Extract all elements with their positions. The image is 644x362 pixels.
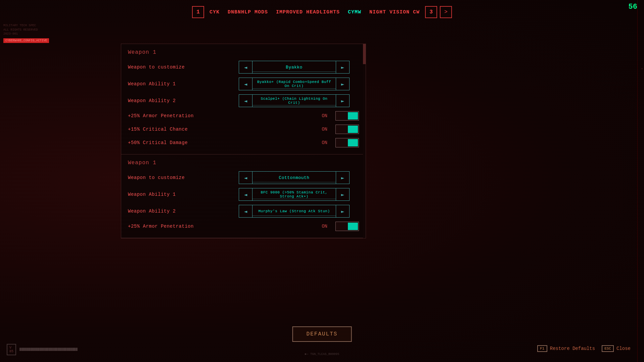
nav-item-cyk[interactable]: CYK — [207, 8, 222, 16]
weapon-ability2-row-1: Weapon Ability 2 ◄ Scalpel+ (Chain Light… — [128, 94, 359, 107]
scrollbar-thumb[interactable] — [363, 44, 366, 64]
ability1-2-prev-btn[interactable]: ◄ — [239, 188, 252, 200]
scrollbar[interactable] — [363, 44, 366, 238]
restore-defaults-label: Restore Defaults — [550, 346, 595, 351]
weapon-customize-selector-1[interactable]: ◄ Byakko ► — [239, 61, 350, 74]
crit-chance-row-1: +15% Critical Chance ON — [128, 125, 359, 134]
nav-item-cymw[interactable]: CYMW — [345, 8, 364, 16]
sidebar-badge: CYBERWARE_CONFIG_ACTIVE — [3, 38, 49, 43]
crit-damage-status-1: ON — [322, 140, 327, 145]
nav-left-number[interactable]: 1 — [192, 6, 204, 18]
armor-pen-status-1: ON — [322, 113, 327, 119]
selector-value-ability1: Byakko+ (Rapid Combo+Speed Buff On Crit) — [252, 80, 336, 88]
crit-chance-status-1: ON — [322, 127, 327, 132]
weapon-ability1-selector-1[interactable]: ◄ Byakko+ (Rapid Combo+Speed Buff On Cri… — [239, 78, 350, 90]
bottom-center-code: ►— TGN_TLCAS_B00095 — [305, 353, 339, 356]
weapon-ability2-selector-1[interactable]: ◄ Scalpel+ (Chain Lightning On Crit) ► — [239, 94, 350, 107]
esc-key[interactable]: ESC — [602, 345, 614, 352]
weapon-ability1-row-1: Weapon Ability 1 ◄ Byakko+ (Rapid Combo+… — [128, 78, 359, 90]
top-navigation: 1 CYK DNBNHLP MODS IMPROVED HEADLIGHTS C… — [192, 6, 452, 18]
nav-right-number[interactable]: 3 — [425, 6, 437, 18]
section-1-title: Weapon 1 — [128, 49, 359, 55]
nav-item-dnbnhlp[interactable]: DNBNHLP MODS — [225, 8, 271, 16]
right-edge — [637, 0, 644, 362]
nav-item-nightvision[interactable]: NIGHT VISION CW — [367, 8, 422, 16]
left-sidebar: MILITARY TECH SPEC ALL RIGHTS RESERVED 2… — [0, 20, 87, 46]
crit-chance-toggle-1[interactable] — [335, 125, 359, 134]
bottom-left: V85 ████████████████████████████████ — [7, 344, 78, 355]
weapon-ability1-selector-2[interactable]: ◄ BFC 9000 (>50% Stamina Crit, Strong At… — [239, 188, 350, 201]
selector2-next-btn[interactable]: ► — [336, 172, 349, 184]
crit-damage-row-1: +50% Critical Damage ON — [128, 138, 359, 147]
selector-value-ability2-2: Murphy's Law (Strong Atk Stun) — [252, 209, 336, 213]
crit-chance-thumb-1 — [348, 126, 358, 133]
top-counter: 56 — [629, 3, 637, 11]
weapon-ability2-selector-2[interactable]: ◄ Murphy's Law (Strong Atk Stun) ► — [239, 205, 350, 218]
selector-value-weapon1: Byakko — [252, 65, 336, 70]
armor-pen-label-1: +25% Armor Penetration — [128, 113, 239, 119]
close-control: ESC Close — [602, 345, 631, 352]
version-badge: V85 — [7, 344, 16, 355]
weapon-customize-row-2: Weapon to customize ◄ Cottonmouth ► — [128, 171, 359, 184]
crit-damage-toggle-1[interactable] — [335, 138, 359, 147]
armor-pen-thumb-2 — [348, 223, 358, 230]
selector-value-weapon2: Cottonmouth — [252, 175, 336, 180]
weapon-customize-selector-2[interactable]: ◄ Cottonmouth ► — [239, 171, 350, 184]
crit-damage-thumb-1 — [348, 139, 358, 146]
selector-value-ability2: Scalpel+ (Chain Lightning On Crit) — [252, 97, 336, 105]
weapon-ability2-row-2: Weapon Ability 2 ◄ Murphy's Law (Strong … — [128, 205, 359, 218]
restore-defaults-control: F1 Restore Defaults — [537, 345, 595, 352]
f1-key[interactable]: F1 — [537, 345, 547, 352]
weapon-ability2-label-2: Weapon Ability 2 — [128, 209, 239, 214]
section-2-title: Weapon 1 — [128, 160, 359, 166]
crit-damage-label-1: +50% Critical Damage — [128, 140, 239, 145]
selector-next-btn[interactable]: ► — [336, 61, 349, 73]
main-panel: Weapon 1 Weapon to customize ◄ Byakko ► … — [121, 44, 366, 238]
ability2-2-next-btn[interactable]: ► — [336, 205, 349, 217]
nav-item-headlights[interactable]: IMPROVED HEADLIGHTS — [273, 8, 342, 16]
crit-chance-label-1: +15% Critical Chance — [128, 127, 239, 132]
ability1-2-next-btn[interactable]: ► — [336, 188, 349, 200]
weapon-ability2-label-1: Weapon Ability 2 — [128, 98, 239, 103]
ability2-next-btn[interactable]: ► — [336, 95, 349, 107]
armor-pen-thumb-1 — [348, 112, 358, 120]
weapon-section-2: Weapon 1 Weapon to customize ◄ Cottonmou… — [121, 154, 366, 238]
selector-value-ability1-2: BFC 9000 (>50% Stamina Crit, Strong Atk+… — [252, 190, 336, 198]
armor-pen-row-1: +25% Armor Penetration ON — [128, 111, 359, 121]
bottom-controls: F1 Restore Defaults ESC Close — [537, 345, 631, 352]
armor-pen-status-2: ON — [322, 224, 327, 229]
armor-pen-row-2: +25% Armor Penetration ON — [128, 222, 359, 231]
bottom-left-code: ████████████████████████████████ — [19, 348, 78, 351]
selector2-prev-btn[interactable]: ◄ — [239, 172, 252, 184]
ability1-next-btn[interactable]: ► — [336, 78, 349, 90]
ability2-prev-btn[interactable]: ◄ — [239, 95, 252, 107]
weapon-ability1-label-1: Weapon Ability 1 — [128, 81, 239, 87]
weapon-ability1-label-2: Weapon Ability 1 — [128, 192, 239, 197]
nav-arrow-right[interactable]: > — [440, 6, 452, 18]
bottom-bar: DEFAULTS — [292, 326, 352, 342]
defaults-button[interactable]: DEFAULTS — [292, 326, 352, 342]
armor-pen-toggle-1[interactable] — [335, 111, 359, 121]
close-label: Close — [616, 346, 631, 351]
weapon-section-1: Weapon 1 Weapon to customize ◄ Byakko ► … — [121, 44, 366, 154]
selector-prev-btn[interactable]: ◄ — [239, 61, 252, 73]
weapon-ability1-row-2: Weapon Ability 1 ◄ BFC 9000 (>50% Stamin… — [128, 188, 359, 201]
weapon-customize-label-1: Weapon to customize — [128, 64, 239, 70]
ability1-prev-btn[interactable]: ◄ — [239, 78, 252, 90]
armor-pen-label-2: +25% Armor Penetration — [128, 224, 239, 229]
armor-pen-toggle-2[interactable] — [335, 222, 359, 231]
weapon-customize-row-1: Weapon to customize ◄ Byakko ► — [128, 61, 359, 74]
right-side-decoration: ◄ — [640, 67, 643, 70]
sidebar-text: MILITARY TECH SPEC ALL RIGHTS RESERVED 2… — [3, 24, 84, 36]
ability2-2-prev-btn[interactable]: ◄ — [239, 205, 252, 217]
weapon-customize-label-2: Weapon to customize — [128, 175, 239, 180]
